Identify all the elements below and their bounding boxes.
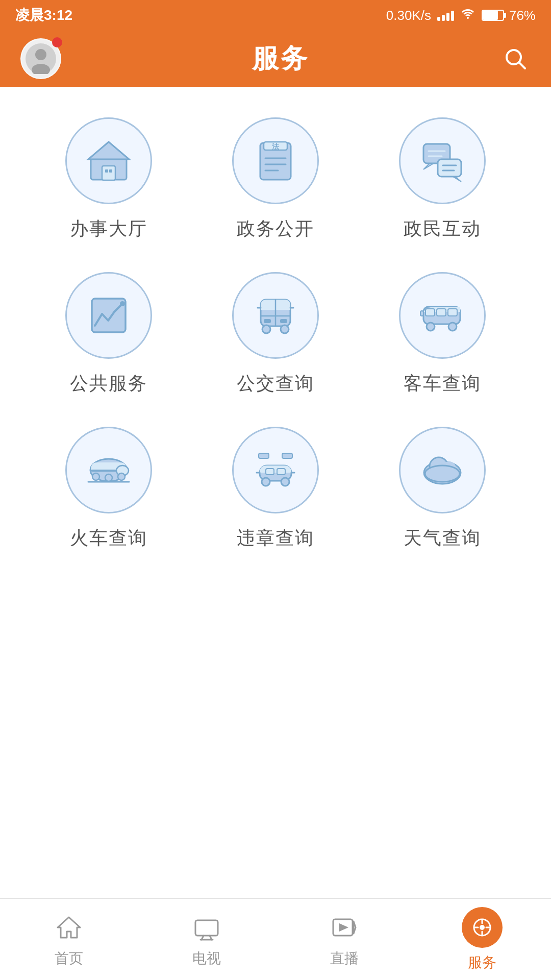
weatherquery-icon-circle: [399, 427, 486, 513]
service-item-busquery[interactable]: 公交查询: [197, 272, 354, 396]
tab-home-label: 首页: [55, 949, 83, 968]
svg-line-4: [519, 62, 525, 68]
svg-point-1: [35, 49, 46, 60]
svg-rect-66: [195, 920, 218, 936]
services-grid: 办事大厅 法 政务公开: [20, 117, 531, 551]
status-bar: 凌晨3:12 0.30K/s 76%: [0, 0, 551, 31]
status-time: 凌晨3:12: [15, 6, 72, 25]
svg-marker-6: [88, 142, 129, 159]
svg-marker-72: [339, 923, 348, 932]
tab-service[interactable]: 服务: [413, 907, 551, 972]
svg-point-49: [105, 474, 112, 481]
page-title: 服务: [252, 41, 309, 77]
service-item-coachquery[interactable]: 客车查询: [364, 272, 520, 396]
home-icon: [53, 911, 85, 944]
live-icon: [328, 911, 361, 944]
interaction-icon-circle: [399, 117, 486, 204]
svg-point-65: [425, 465, 460, 482]
main-content: 办事大厅 法 政务公开: [0, 87, 551, 561]
app-header: 服务: [0, 31, 551, 87]
tab-service-label: 服务: [468, 953, 496, 972]
svg-point-26: [120, 301, 125, 306]
office-icon-circle: [65, 117, 152, 204]
svg-rect-8: [105, 169, 108, 173]
battery-level: 76%: [509, 8, 536, 23]
tv-icon: [190, 911, 223, 944]
svg-rect-55: [266, 469, 274, 475]
svg-rect-39: [425, 309, 435, 316]
service-item-publicservice[interactable]: 公共服务: [31, 272, 187, 396]
search-button[interactable]: [500, 43, 531, 74]
svg-rect-40: [437, 309, 446, 316]
svg-rect-41: [448, 309, 457, 316]
trainquery-label: 火车查询: [70, 526, 147, 551]
svg-rect-56: [277, 469, 285, 475]
publicservice-label: 公共服务: [70, 371, 147, 396]
wifi-icon: [460, 8, 475, 23]
trainquery-icon-circle: [65, 427, 152, 513]
avatar[interactable]: [20, 38, 61, 79]
svg-marker-71: [354, 921, 356, 934]
service-item-office[interactable]: 办事大厅: [31, 117, 187, 241]
govopen-label: 政务公开: [237, 216, 314, 241]
svg-point-58: [281, 478, 289, 486]
service-item-govopen[interactable]: 法 政务公开: [197, 117, 354, 241]
publicservice-icon-circle: [65, 272, 152, 359]
svg-rect-33: [280, 319, 287, 323]
svg-rect-20: [438, 159, 461, 177]
svg-point-43: [448, 323, 457, 331]
svg-rect-7: [102, 166, 115, 180]
service-item-weatherquery[interactable]: 天气查询: [364, 427, 520, 551]
govopen-icon-circle: 法: [232, 117, 319, 204]
busquery-label: 公交查询: [237, 371, 314, 396]
svg-point-57: [262, 478, 270, 486]
svg-marker-17: [423, 163, 434, 169]
service-item-trainquery[interactable]: 火车查询: [31, 427, 187, 551]
service-item-violationquery[interactable]: 违章查询: [197, 427, 354, 551]
coachquery-icon-circle: [399, 272, 486, 359]
svg-point-48: [92, 473, 99, 480]
service-tab-circle: [462, 907, 503, 948]
svg-rect-52: [259, 453, 269, 458]
svg-text:法: 法: [272, 142, 280, 151]
svg-point-34: [262, 325, 270, 333]
svg-rect-9: [109, 169, 112, 173]
tab-tv-label: 电视: [192, 949, 221, 968]
svg-point-35: [281, 325, 289, 333]
svg-rect-53: [282, 453, 292, 458]
svg-rect-44: [420, 311, 423, 316]
battery-icon: 76%: [482, 8, 536, 23]
notification-badge: [52, 37, 62, 47]
tab-home[interactable]: 首页: [0, 911, 138, 968]
bottom-tabs: 首页 电视 直播: [0, 898, 551, 980]
tab-live[interactable]: 直播: [276, 911, 413, 968]
tab-live-label: 直播: [330, 949, 359, 968]
weatherquery-label: 天气查询: [404, 526, 481, 551]
office-label: 办事大厅: [70, 216, 147, 241]
violationquery-label: 违章查询: [237, 526, 314, 551]
svg-point-50: [118, 473, 125, 480]
svg-point-42: [427, 323, 435, 331]
violationquery-icon-circle: [232, 427, 319, 513]
svg-point-74: [480, 925, 485, 930]
status-right: 0.30K/s 76%: [386, 8, 536, 23]
interaction-label: 政民互动: [404, 216, 481, 241]
busquery-icon-circle: [232, 272, 319, 359]
tab-tv[interactable]: 电视: [138, 911, 276, 968]
svg-rect-32: [264, 319, 271, 323]
service-item-interaction[interactable]: 政民互动: [364, 117, 520, 241]
empty-space: [0, 561, 551, 908]
signal-icon: [437, 10, 454, 21]
coachquery-label: 客车查询: [404, 371, 481, 396]
network-speed: 0.30K/s: [386, 8, 431, 23]
